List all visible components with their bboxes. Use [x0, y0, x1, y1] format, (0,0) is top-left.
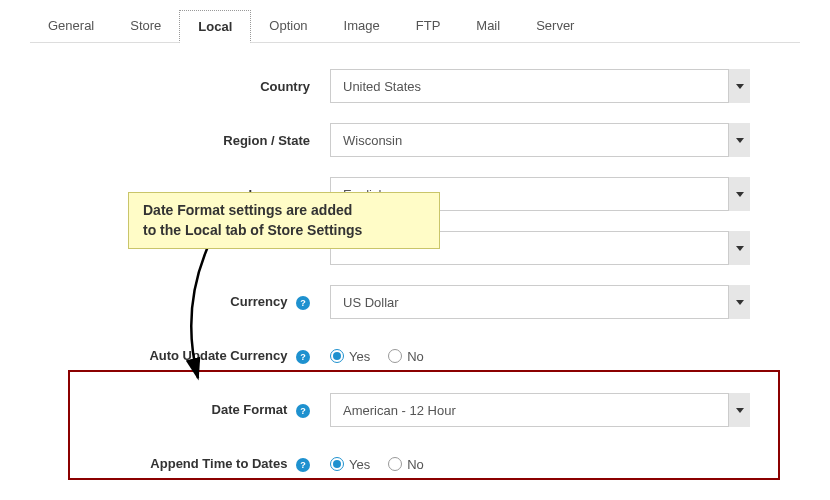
currency-value: US Dollar — [330, 285, 750, 319]
region-value: Wisconsin — [330, 123, 750, 157]
currency-select[interactable]: US Dollar — [330, 285, 750, 319]
date-format-value: American - 12 Hour — [330, 393, 750, 427]
append-time-radio-group: Yes No — [330, 457, 750, 472]
currency-label: Currency — [230, 294, 287, 309]
radio-label: No — [407, 349, 424, 364]
tab-option[interactable]: Option — [251, 10, 325, 42]
country-select[interactable]: United States — [330, 69, 750, 103]
radio-label: No — [407, 457, 424, 472]
tabs: General Store Local Option Image FTP Mai… — [30, 10, 800, 43]
help-icon[interactable]: ? — [296, 350, 310, 364]
callout-line1: Date Format settings are added — [143, 201, 425, 221]
radio-label: Yes — [349, 349, 370, 364]
auto-update-no-radio[interactable]: No — [388, 349, 424, 364]
region-select[interactable]: Wisconsin — [330, 123, 750, 157]
auto-update-label: Auto Update Currency — [149, 348, 287, 363]
tab-mail[interactable]: Mail — [458, 10, 518, 42]
append-time-yes-radio[interactable]: Yes — [330, 457, 370, 472]
tab-image[interactable]: Image — [326, 10, 398, 42]
country-value: United States — [330, 69, 750, 103]
auto-update-yes-radio[interactable]: Yes — [330, 349, 370, 364]
date-format-select[interactable]: American - 12 Hour — [330, 393, 750, 427]
radio-label: Yes — [349, 457, 370, 472]
tab-local[interactable]: Local — [179, 10, 251, 43]
auto-update-label-wrap: Auto Update Currency ? — [30, 348, 330, 364]
append-time-label: Append Time to Dates — [150, 456, 287, 471]
append-time-no-radio[interactable]: No — [388, 457, 424, 472]
tab-store[interactable]: Store — [112, 10, 179, 42]
radio-icon — [330, 349, 344, 363]
date-format-label: Date Format — [212, 402, 288, 417]
currency-label-wrap: Currency ? — [30, 294, 330, 310]
radio-icon — [330, 457, 344, 471]
append-time-label-wrap: Append Time to Dates ? — [30, 456, 330, 472]
region-label: Region / State — [30, 133, 330, 148]
help-icon[interactable]: ? — [296, 404, 310, 418]
callout-line2: to the Local tab of Store Settings — [143, 221, 425, 241]
help-icon[interactable]: ? — [296, 296, 310, 310]
tab-general[interactable]: General — [30, 10, 112, 42]
auto-update-radio-group: Yes No — [330, 349, 750, 364]
radio-icon — [388, 349, 402, 363]
tab-server[interactable]: Server — [518, 10, 592, 42]
help-icon[interactable]: ? — [296, 458, 310, 472]
annotation-callout: Date Format settings are added to the Lo… — [128, 192, 440, 249]
tab-ftp[interactable]: FTP — [398, 10, 459, 42]
date-format-label-wrap: Date Format ? — [30, 402, 330, 418]
radio-icon — [388, 457, 402, 471]
country-label: Country — [30, 79, 330, 94]
